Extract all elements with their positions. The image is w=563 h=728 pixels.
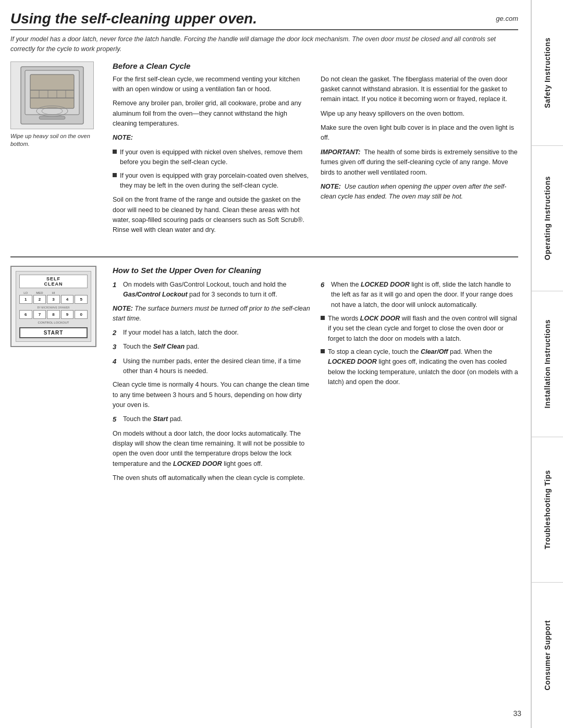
col2-bullet-2-text: To stop a clean cycle, touch the Clear/O… (328, 347, 518, 388)
step-4-num: 4 (113, 356, 120, 377)
sidebar-label-safety: Safety Instructions (543, 38, 552, 108)
top-left-image-area: Wipe up heavy soil on the oven bottom. (10, 61, 104, 240)
before-col2-p1: Do not clean the gasket. The fiberglass … (321, 75, 518, 105)
page-title: Using the self-cleaning upper oven. (10, 10, 257, 27)
col2-bullet-2: To stop a clean cycle, touch the Clear/O… (321, 347, 518, 388)
before-col2-p3: Make sure the oven light bulb cover is i… (321, 123, 518, 143)
section-divider (10, 256, 518, 257)
step-2: 2 If your model has a latch, latch the d… (113, 328, 310, 338)
step-6-num: 6 (321, 280, 328, 310)
auto-lock-text: On models without a door latch, the door… (113, 429, 310, 470)
sidebar-section-safety: Safety Instructions (532, 0, 563, 146)
control-panel-area: SELF CLEAN LO MED HI 1 (10, 266, 104, 488)
sidebar-section-installation: Installation Instructions (532, 291, 563, 437)
right-sidebar: Safety Instructions Operating Instructio… (531, 0, 563, 728)
sidebar-label-installation: Installation Instructions (543, 319, 552, 408)
before-col2-important: IMPORTANT: The health of some birds is e… (321, 147, 518, 178)
before-clean-col2: Do not clean the gasket. The fiberglass … (321, 75, 518, 240)
before-p1: For the first self-clean cycle, we recom… (113, 75, 310, 95)
num-btn-1[interactable]: 1 (19, 295, 32, 304)
clean-cycle-text: Clean cycle time is normally 4 hours. Yo… (113, 380, 310, 410)
num-btn-9[interactable]: 9 (61, 310, 74, 319)
svg-rect-2 (30, 75, 74, 108)
before-p2: Remove any broiler pan, broiler grid, al… (113, 98, 310, 129)
step-4: 4 Using the number pads, enter the desir… (113, 356, 310, 377)
bullet-icon (321, 316, 325, 320)
start-button[interactable]: START (19, 327, 88, 338)
step-5-content: Touch the Start pad. (123, 414, 310, 425)
before-clean-two-col: For the first self-clean cycle, we recom… (113, 75, 518, 240)
note-bullet-2: If your oven is equipped with gray porce… (113, 171, 310, 191)
step-5-num: 5 (113, 414, 120, 425)
num-btn-4[interactable]: 4 (61, 295, 74, 304)
sidebar-label-troubleshooting: Troubleshooting Tips (543, 470, 552, 549)
page-brand: ge.com (496, 10, 518, 22)
how-to-title: How to Set the Upper Oven for Cleaning (113, 266, 518, 275)
sidebar-section-consumer: Consumer Support (532, 583, 563, 728)
image-caption: Wipe up heavy soil on the oven bottom. (10, 132, 104, 149)
step-6-content: When the LOCKED DOOR light is off, slide… (331, 280, 518, 310)
before-clean-col1: For the first self-clean cycle, we recom… (113, 75, 310, 240)
svg-rect-11 (39, 116, 65, 119)
num-btn-6[interactable]: 6 (19, 310, 32, 319)
step-2-content: If your model has a latch, latch the doo… (123, 328, 310, 338)
step1-note: NOTE: The surface burners must be turned… (113, 304, 310, 324)
step-1: 1 On models with Gas/Control Lockout, to… (113, 280, 310, 300)
step-2-num: 2 (113, 328, 120, 338)
number-grid-row1: 1 2 3 4 5 (19, 295, 88, 304)
sidebar-section-operating: Operating Instructions (532, 146, 563, 292)
col2-bullet-1-text: The words LOCK DOOR will flash and the o… (328, 314, 518, 344)
step-3-content: Touch the Self Clean pad. (123, 342, 310, 352)
bullet-icon (113, 173, 117, 177)
step-3: 3 Touch the Self Clean pad. (113, 342, 310, 352)
num-btn-8[interactable]: 8 (47, 310, 60, 319)
step-4-content: Using the number pads, enter the desired… (123, 356, 310, 377)
how-to-two-col: 1 On models with Gas/Control Lockout, to… (113, 280, 518, 488)
page-number: 33 (513, 709, 521, 718)
sidebar-label-consumer: Consumer Support (543, 620, 552, 690)
note-bullet-1: If your oven is equipped with nickel ove… (113, 147, 310, 168)
how-to-section: SELF CLEAN LO MED HI 1 (10, 266, 518, 488)
sidebar-section-troubleshooting: Troubleshooting Tips (532, 437, 563, 583)
control-panel: SELF CLEAN LO MED HI 1 (10, 266, 96, 347)
before-clean-section: Wipe up heavy soil on the oven bottom. B… (10, 61, 518, 240)
num-btn-3[interactable]: 3 (47, 295, 60, 304)
step-1-num: 1 (113, 280, 120, 300)
control-lockout-label: CONTROL LOCKOUT (19, 321, 88, 324)
before-p3: Soil on the front frame of the range and… (113, 195, 310, 236)
step-6: 6 When the LOCKED DOOR light is off, sli… (321, 280, 518, 310)
before-clean-content: Before a Clean Cycle For the first self-… (113, 61, 518, 240)
bullet-icon (321, 349, 325, 353)
main-content: Using the self-cleaning upper oven. ge.c… (0, 0, 531, 728)
microwave-label: BY MICROWAVE DRAWER (19, 306, 88, 309)
step-3-num: 3 (113, 342, 120, 352)
how-to-content: How to Set the Upper Oven for Cleaning 1… (113, 266, 518, 488)
before-note-label: NOTE: (113, 133, 310, 143)
bullet-icon (113, 150, 117, 154)
num-btn-5[interactable]: 5 (75, 295, 88, 304)
how-to-col2: 6 When the LOCKED DOOR light is off, sli… (321, 280, 518, 488)
auto-shutoff-text: The oven shuts off automatically when th… (113, 473, 310, 483)
col2-bullet-1: The words LOCK DOOR will flash and the o… (321, 314, 518, 344)
start-btn-wrap: START (19, 327, 88, 338)
page-wrapper: Using the self-cleaning upper oven. ge.c… (0, 0, 563, 728)
how-to-col1: 1 On models with Gas/Control Lockout, to… (113, 280, 310, 488)
num-btn-7[interactable]: 7 (33, 310, 46, 319)
num-btn-2[interactable]: 2 (33, 295, 46, 304)
page-header: Using the self-cleaning upper oven. ge.c… (10, 10, 518, 30)
before-clean-title: Before a Clean Cycle (113, 61, 518, 70)
before-col2-p2: Wipe up any heavy spillovers on the oven… (321, 109, 518, 119)
sidebar-label-operating: Operating Instructions (543, 176, 552, 260)
oven-image (10, 61, 94, 129)
num-btn-0[interactable]: 0 (75, 310, 88, 319)
step-1-content: On models with Gas/Control Lockout, touc… (123, 280, 310, 300)
self-clean-display: SELF CLEAN (19, 275, 88, 288)
step-5: 5 Touch the Start pad. (113, 414, 310, 425)
before-col2-note: NOTE: Use caution when opening the upper… (321, 182, 518, 202)
intro-text: If your model has a door latch, never fo… (10, 34, 518, 54)
number-grid-row2: 6 7 8 9 0 (19, 310, 88, 319)
control-panel-inner: SELF CLEAN LO MED HI 1 (16, 271, 91, 342)
